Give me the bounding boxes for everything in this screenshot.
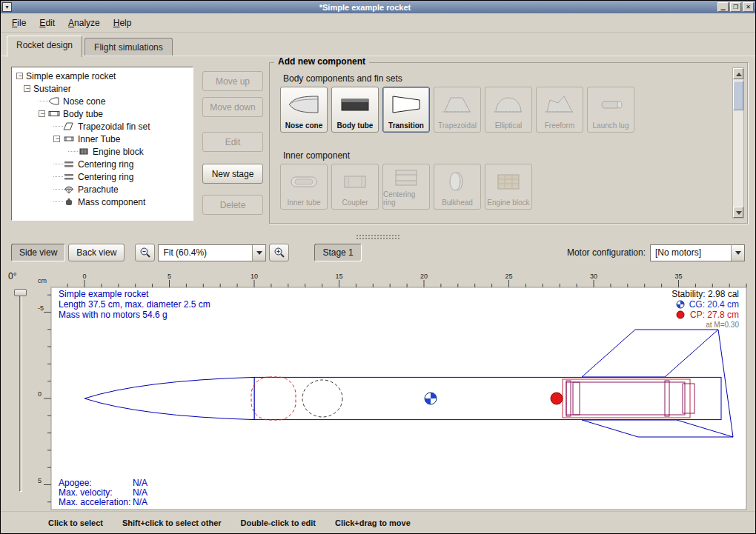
menu-file[interactable]: File xyxy=(5,15,33,31)
minimize-button[interactable]: ▁ xyxy=(717,2,729,12)
menu-analyze[interactable]: Analyze xyxy=(62,15,107,31)
fin-icon xyxy=(63,121,75,131)
component-tree[interactable]: Simple example rocket Sustainer Nose con… xyxy=(11,67,193,221)
rotation-slider[interactable] xyxy=(19,290,22,492)
view-controls: Side view Back view Fit (60.4%) Stage 1 … xyxy=(1,240,755,265)
collapse-icon[interactable] xyxy=(16,73,23,79)
new-stage-button[interactable]: New stage xyxy=(202,164,263,184)
arrow-down-icon xyxy=(736,211,742,215)
body-tube-icon xyxy=(48,109,60,119)
tree-item-engine-block[interactable]: Engine block xyxy=(13,145,193,158)
zoom-out-button[interactable] xyxy=(135,244,155,261)
zoom-value: Fit (60.4%) xyxy=(159,247,252,258)
close-button[interactable]: ✕ xyxy=(743,2,754,12)
collapse-icon[interactable] xyxy=(39,110,45,117)
svg-text:30: 30 xyxy=(590,273,597,280)
inner-tube-icon xyxy=(281,164,327,198)
tree-item-rocket[interactable]: Simple example rocket xyxy=(13,70,193,82)
rocket-mass-text: Mass with no motors 54.6 g xyxy=(59,310,168,320)
scroll-down-button[interactable] xyxy=(733,207,743,218)
zoom-in-button[interactable] xyxy=(269,244,289,261)
component-button-launch-lug[interactable]: Launch lug xyxy=(587,87,634,133)
tree-item-inner-tube[interactable]: Inner Tube xyxy=(13,133,193,145)
tree-item-sustainer[interactable]: Sustainer xyxy=(13,82,193,95)
menu-edit[interactable]: Edit xyxy=(33,15,62,31)
rocket-figure[interactable]: cm 05101520253035 -505 xyxy=(36,273,748,511)
centering-ring-icon xyxy=(63,159,75,169)
maximize-button[interactable]: ❒ xyxy=(730,2,741,12)
centering-ring-icon xyxy=(63,172,75,181)
chevron-down-icon[interactable] xyxy=(252,245,265,261)
tree-item-trapezoidal-fin-set[interactable]: Trapezoidal fin set xyxy=(13,120,193,133)
apogee-value: N/A xyxy=(133,478,147,488)
tree-item-nose-cone[interactable]: Nose cone xyxy=(13,95,193,107)
svg-text:25: 25 xyxy=(505,273,512,280)
max-velocity-value: N/A xyxy=(133,487,147,498)
collapse-icon[interactable] xyxy=(24,85,30,92)
component-button-coupler[interactable]: Coupler xyxy=(331,164,379,210)
cp-text: CP: 27.8 cm xyxy=(690,310,739,320)
freeform-fin-icon xyxy=(537,87,583,121)
svg-text:0: 0 xyxy=(38,390,42,398)
delete-button[interactable]: Delete xyxy=(202,195,263,215)
component-button-nose-cone[interactable]: Nose cone xyxy=(280,87,328,133)
split-divider[interactable] xyxy=(1,233,755,240)
scroll-up-button[interactable] xyxy=(733,68,743,79)
chevron-down-icon[interactable] xyxy=(731,245,744,261)
stage-1-toggle[interactable]: Stage 1 xyxy=(314,244,361,261)
rotation-slider-handle[interactable] xyxy=(14,289,27,296)
edit-button[interactable]: Edit xyxy=(202,132,263,152)
component-button-centering-ring[interactable]: Centering ring xyxy=(382,164,430,210)
component-button-engine-block[interactable]: Engine block xyxy=(485,164,532,210)
body-tube-icon xyxy=(332,87,378,121)
svg-text:20: 20 xyxy=(420,273,428,280)
tabstrip: Rocket design Flight simulations xyxy=(1,33,755,56)
tab-flight-simulations[interactable]: Flight simulations xyxy=(84,38,173,56)
body-tube-outline[interactable] xyxy=(254,377,721,419)
transition-icon xyxy=(383,87,429,121)
component-button-body-tube[interactable]: Body tube xyxy=(331,87,379,133)
component-button-freeform[interactable]: Freeform xyxy=(536,87,583,133)
tree-item-body-tube[interactable]: Body tube xyxy=(13,107,193,120)
scrollbar-thumb[interactable] xyxy=(733,81,743,110)
menubar: File Edit Analyze Help xyxy=(1,13,755,33)
zoom-combobox[interactable]: Fit (60.4%) xyxy=(158,244,266,261)
menu-help[interactable]: Help xyxy=(107,15,139,31)
titlebar: ▾ *Simple example rocket ▁ ❒ ✕ xyxy=(1,1,755,13)
component-button-trapezoidal[interactable]: Trapezoidal xyxy=(434,87,481,133)
back-view-button[interactable]: Back view xyxy=(68,244,125,261)
component-button-transition[interactable]: Transition xyxy=(382,87,430,133)
stability-text: Stability: 2.98 cal xyxy=(672,289,739,299)
component-button-elliptical[interactable]: Elliptical xyxy=(485,87,532,133)
inner-tube-icon xyxy=(63,134,75,144)
tab-rocket-design[interactable]: Rocket design xyxy=(7,36,82,57)
svg-text:5: 5 xyxy=(38,477,42,484)
component-panel-scrollbar[interactable] xyxy=(732,67,744,218)
nose-cone-icon xyxy=(48,96,60,106)
ruler-unit-label: cm xyxy=(38,277,47,284)
trapezoidal-fin-icon xyxy=(434,87,480,121)
motor-configuration-combobox[interactable]: [No motors] xyxy=(650,244,745,261)
component-button-bulkhead[interactable]: Bulkhead xyxy=(434,164,481,210)
design-top-section: Simple example rocket Sustainer Nose con… xyxy=(1,56,755,233)
tree-item-parachute[interactable]: Parachute xyxy=(13,183,193,196)
window-menu-icon[interactable]: ▾ xyxy=(2,2,12,12)
collapse-icon[interactable] xyxy=(53,136,60,142)
tree-item-centering-ring-1[interactable]: Centering ring xyxy=(13,158,193,170)
mass-component-icon xyxy=(63,197,75,207)
move-down-button[interactable]: Move down xyxy=(202,97,263,117)
rocket-canvas-section: 0° cm 05101520253035 -505 xyxy=(1,265,755,511)
side-view-button[interactable]: Side view xyxy=(11,244,65,261)
tree-item-centering-ring-2[interactable]: Centering ring xyxy=(13,170,193,183)
move-up-button[interactable]: Move up xyxy=(202,71,263,91)
status-click-to-select: Click to select xyxy=(48,518,103,527)
add-component-title: Add new component xyxy=(274,56,369,67)
engine-block-icon xyxy=(78,147,90,156)
rocket-dimensions-text: Length 37.5 cm, max. diameter 2.5 cm xyxy=(59,299,210,310)
zoom-in-icon xyxy=(273,247,285,258)
tree-item-mass-component[interactable]: Mass component xyxy=(13,196,193,208)
component-button-inner-tube[interactable]: Inner tube xyxy=(280,164,328,210)
launch-lug-icon xyxy=(588,87,634,121)
bulkhead-icon xyxy=(434,164,480,198)
svg-text:-5: -5 xyxy=(38,304,44,312)
